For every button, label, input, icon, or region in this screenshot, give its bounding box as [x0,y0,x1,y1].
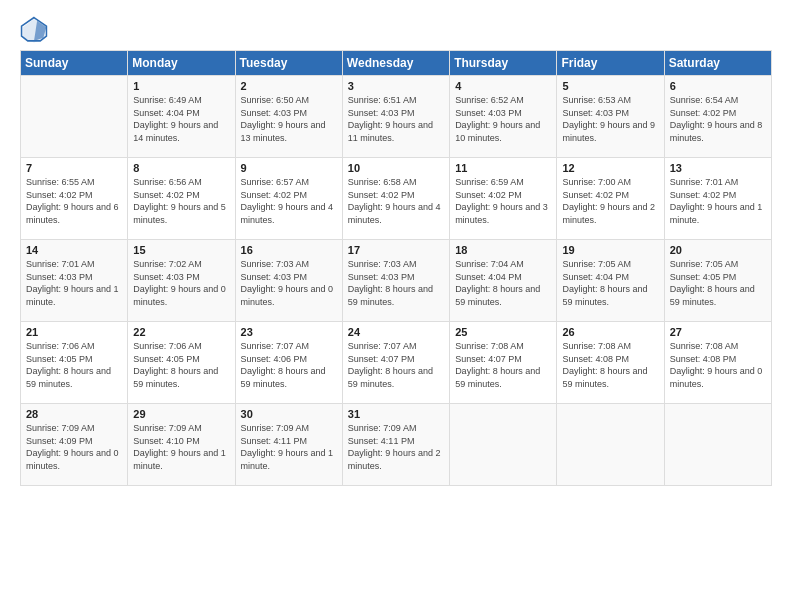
day-number: 12 [562,162,658,174]
calendar-cell: 10 Sunrise: 6:58 AMSunset: 4:02 PMDaylig… [342,158,449,240]
day-info: Sunrise: 7:09 AMSunset: 4:09 PMDaylight:… [26,422,122,472]
day-info: Sunrise: 7:00 AMSunset: 4:02 PMDaylight:… [562,176,658,226]
calendar-cell: 1 Sunrise: 6:49 AMSunset: 4:04 PMDayligh… [128,76,235,158]
calendar-cell: 3 Sunrise: 6:51 AMSunset: 4:03 PMDayligh… [342,76,449,158]
calendar-cell: 29 Sunrise: 7:09 AMSunset: 4:10 PMDaylig… [128,404,235,486]
day-number: 4 [455,80,551,92]
weekday-header-thursday: Thursday [450,51,557,76]
day-number: 9 [241,162,337,174]
day-number: 2 [241,80,337,92]
day-number: 28 [26,408,122,420]
calendar-cell: 31 Sunrise: 7:09 AMSunset: 4:11 PMDaylig… [342,404,449,486]
day-info: Sunrise: 7:08 AMSunset: 4:08 PMDaylight:… [562,340,658,390]
day-info: Sunrise: 6:53 AMSunset: 4:03 PMDaylight:… [562,94,658,144]
calendar-cell: 13 Sunrise: 7:01 AMSunset: 4:02 PMDaylig… [664,158,771,240]
day-info: Sunrise: 7:07 AMSunset: 4:06 PMDaylight:… [241,340,337,390]
day-info: Sunrise: 6:54 AMSunset: 4:02 PMDaylight:… [670,94,766,144]
day-info: Sunrise: 6:59 AMSunset: 4:02 PMDaylight:… [455,176,551,226]
weekday-header-wednesday: Wednesday [342,51,449,76]
calendar-cell: 18 Sunrise: 7:04 AMSunset: 4:04 PMDaylig… [450,240,557,322]
logo [20,16,52,44]
day-info: Sunrise: 6:50 AMSunset: 4:03 PMDaylight:… [241,94,337,144]
day-info: Sunrise: 6:51 AMSunset: 4:03 PMDaylight:… [348,94,444,144]
calendar-week-1: 1 Sunrise: 6:49 AMSunset: 4:04 PMDayligh… [21,76,772,158]
calendar-cell: 2 Sunrise: 6:50 AMSunset: 4:03 PMDayligh… [235,76,342,158]
calendar-cell [557,404,664,486]
calendar-cell: 17 Sunrise: 7:03 AMSunset: 4:03 PMDaylig… [342,240,449,322]
day-info: Sunrise: 7:09 AMSunset: 4:11 PMDaylight:… [241,422,337,472]
calendar-cell: 20 Sunrise: 7:05 AMSunset: 4:05 PMDaylig… [664,240,771,322]
calendar-table: SundayMondayTuesdayWednesdayThursdayFrid… [20,50,772,486]
calendar-cell [664,404,771,486]
calendar-cell: 21 Sunrise: 7:06 AMSunset: 4:05 PMDaylig… [21,322,128,404]
weekday-header-monday: Monday [128,51,235,76]
calendar-cell: 23 Sunrise: 7:07 AMSunset: 4:06 PMDaylig… [235,322,342,404]
calendar-cell: 9 Sunrise: 6:57 AMSunset: 4:02 PMDayligh… [235,158,342,240]
calendar-cell: 4 Sunrise: 6:52 AMSunset: 4:03 PMDayligh… [450,76,557,158]
calendar-week-3: 14 Sunrise: 7:01 AMSunset: 4:03 PMDaylig… [21,240,772,322]
day-info: Sunrise: 7:04 AMSunset: 4:04 PMDaylight:… [455,258,551,308]
day-number: 23 [241,326,337,338]
day-info: Sunrise: 6:58 AMSunset: 4:02 PMDaylight:… [348,176,444,226]
day-info: Sunrise: 7:03 AMSunset: 4:03 PMDaylight:… [241,258,337,308]
day-number: 11 [455,162,551,174]
day-number: 24 [348,326,444,338]
calendar-week-2: 7 Sunrise: 6:55 AMSunset: 4:02 PMDayligh… [21,158,772,240]
page-container: SundayMondayTuesdayWednesdayThursdayFrid… [0,0,792,496]
weekday-header-row: SundayMondayTuesdayWednesdayThursdayFrid… [21,51,772,76]
day-number: 5 [562,80,658,92]
weekday-header-friday: Friday [557,51,664,76]
calendar-cell: 14 Sunrise: 7:01 AMSunset: 4:03 PMDaylig… [21,240,128,322]
day-info: Sunrise: 7:08 AMSunset: 4:07 PMDaylight:… [455,340,551,390]
day-number: 25 [455,326,551,338]
day-info: Sunrise: 7:02 AMSunset: 4:03 PMDaylight:… [133,258,229,308]
weekday-header-saturday: Saturday [664,51,771,76]
day-info: Sunrise: 7:06 AMSunset: 4:05 PMDaylight:… [133,340,229,390]
day-number: 26 [562,326,658,338]
day-number: 27 [670,326,766,338]
calendar-cell: 12 Sunrise: 7:00 AMSunset: 4:02 PMDaylig… [557,158,664,240]
day-info: Sunrise: 7:09 AMSunset: 4:11 PMDaylight:… [348,422,444,472]
day-number: 17 [348,244,444,256]
day-number: 15 [133,244,229,256]
day-number: 8 [133,162,229,174]
day-info: Sunrise: 7:08 AMSunset: 4:08 PMDaylight:… [670,340,766,390]
day-number: 13 [670,162,766,174]
day-number: 21 [26,326,122,338]
calendar-cell: 16 Sunrise: 7:03 AMSunset: 4:03 PMDaylig… [235,240,342,322]
day-number: 7 [26,162,122,174]
calendar-cell: 30 Sunrise: 7:09 AMSunset: 4:11 PMDaylig… [235,404,342,486]
day-info: Sunrise: 6:55 AMSunset: 4:02 PMDaylight:… [26,176,122,226]
day-info: Sunrise: 7:01 AMSunset: 4:03 PMDaylight:… [26,258,122,308]
calendar-cell: 28 Sunrise: 7:09 AMSunset: 4:09 PMDaylig… [21,404,128,486]
day-number: 19 [562,244,658,256]
day-info: Sunrise: 7:03 AMSunset: 4:03 PMDaylight:… [348,258,444,308]
day-number: 18 [455,244,551,256]
day-number: 29 [133,408,229,420]
calendar-cell: 8 Sunrise: 6:56 AMSunset: 4:02 PMDayligh… [128,158,235,240]
calendar-cell: 11 Sunrise: 6:59 AMSunset: 4:02 PMDaylig… [450,158,557,240]
day-number: 6 [670,80,766,92]
calendar-cell: 19 Sunrise: 7:05 AMSunset: 4:04 PMDaylig… [557,240,664,322]
calendar-cell: 15 Sunrise: 7:02 AMSunset: 4:03 PMDaylig… [128,240,235,322]
day-info: Sunrise: 7:05 AMSunset: 4:04 PMDaylight:… [562,258,658,308]
calendar-cell: 22 Sunrise: 7:06 AMSunset: 4:05 PMDaylig… [128,322,235,404]
day-info: Sunrise: 6:52 AMSunset: 4:03 PMDaylight:… [455,94,551,144]
day-number: 14 [26,244,122,256]
calendar-cell: 7 Sunrise: 6:55 AMSunset: 4:02 PMDayligh… [21,158,128,240]
calendar-cell: 6 Sunrise: 6:54 AMSunset: 4:02 PMDayligh… [664,76,771,158]
calendar-cell: 5 Sunrise: 6:53 AMSunset: 4:03 PMDayligh… [557,76,664,158]
day-number: 10 [348,162,444,174]
calendar-cell [21,76,128,158]
logo-icon [20,16,48,44]
day-info: Sunrise: 6:49 AMSunset: 4:04 PMDaylight:… [133,94,229,144]
calendar-cell [450,404,557,486]
calendar-cell: 26 Sunrise: 7:08 AMSunset: 4:08 PMDaylig… [557,322,664,404]
day-number: 3 [348,80,444,92]
day-info: Sunrise: 6:56 AMSunset: 4:02 PMDaylight:… [133,176,229,226]
day-number: 1 [133,80,229,92]
day-info: Sunrise: 7:05 AMSunset: 4:05 PMDaylight:… [670,258,766,308]
day-info: Sunrise: 6:57 AMSunset: 4:02 PMDaylight:… [241,176,337,226]
header [20,16,772,44]
day-number: 22 [133,326,229,338]
